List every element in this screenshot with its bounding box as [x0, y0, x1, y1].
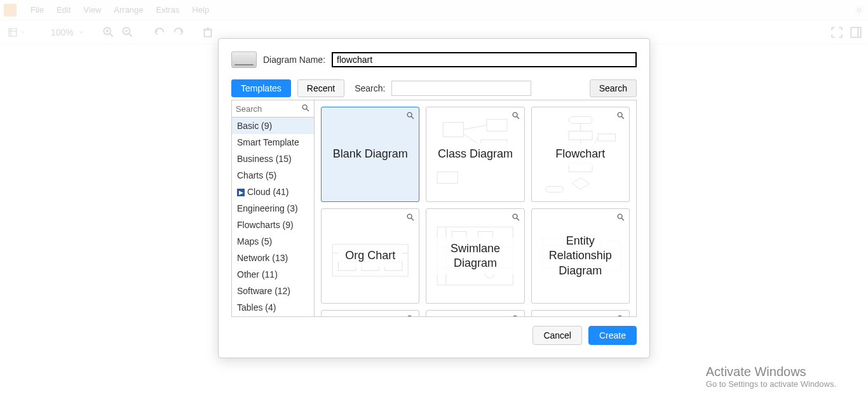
template-label: Org Chart [339, 245, 402, 267]
new-diagram-dialog: Diagram Name: Templates Recent Search: S… [218, 38, 650, 358]
svg-point-20 [513, 112, 517, 117]
svg-line-19 [412, 116, 414, 119]
diagram-name-input[interactable] [332, 52, 637, 67]
category-software[interactable]: Software (12) [232, 283, 314, 299]
preview-icon[interactable] [406, 213, 415, 222]
svg-point-63 [407, 316, 412, 316]
category-list[interactable]: Basic (9) Smart Template Business (15) C… [232, 118, 314, 316]
template-flowchart[interactable]: Flowchart [531, 107, 630, 202]
svg-line-47 [517, 218, 519, 220]
template-class-diagram[interactable]: Class Diagram [426, 107, 524, 202]
category-charts[interactable]: Charts (5) [232, 167, 314, 184]
category-business[interactable]: Business (15) [232, 151, 314, 167]
svg-point-56 [618, 214, 622, 219]
expand-icon: ▶ [237, 189, 245, 196]
category-smart-template[interactable]: Smart Template [232, 134, 314, 151]
category-cloud[interactable]: ▶Cloud (41) [232, 184, 314, 200]
svg-line-40 [412, 218, 414, 220]
template-label: Entity Relationship Diagram [532, 230, 629, 282]
template-er-diagram[interactable]: Entity Relationship Diagram [531, 208, 630, 304]
preview-icon[interactable] [406, 314, 415, 316]
category-tables[interactable]: Tables (4) [232, 299, 314, 316]
category-flowcharts[interactable]: Flowcharts (9) [232, 217, 314, 233]
template-search-input[interactable] [391, 81, 531, 96]
preview-icon[interactable] [512, 111, 520, 120]
template-label: Class Diagram [431, 143, 519, 165]
svg-line-21 [517, 116, 519, 119]
category-uml[interactable]: UML (8) [232, 316, 314, 316]
svg-line-17 [306, 109, 309, 111]
svg-rect-23 [487, 119, 507, 131]
tab-recent[interactable]: Recent [297, 79, 344, 97]
template-label: Blank Diagram [327, 143, 414, 165]
svg-line-29 [621, 116, 624, 119]
preview-icon[interactable] [512, 314, 520, 316]
preview-icon[interactable] [616, 314, 625, 316]
preview-icon[interactable] [512, 213, 520, 222]
template-label: Flowchart [549, 143, 611, 165]
svg-point-67 [513, 316, 517, 316]
template-label: Swimlane Diagram [426, 238, 524, 275]
search-button[interactable]: Search [590, 79, 637, 97]
preview-icon[interactable] [616, 213, 625, 222]
search-label: Search: [355, 83, 385, 93]
template-org-chart[interactable]: Org Chart [321, 208, 419, 304]
template-blank-diagram[interactable]: Blank Diagram [321, 107, 419, 202]
template-grid: Blank Diagram Class Diagram Flowchart [315, 100, 636, 316]
template-card[interactable] [426, 310, 524, 316]
category-basic[interactable]: Basic (9) [232, 118, 314, 134]
svg-point-39 [407, 214, 412, 219]
create-button[interactable]: Create [588, 326, 637, 345]
svg-line-57 [621, 218, 624, 220]
svg-point-18 [407, 112, 412, 117]
svg-rect-34 [545, 186, 562, 192]
svg-rect-25 [437, 172, 458, 183]
category-engineering[interactable]: Engineering (3) [232, 200, 314, 217]
svg-rect-30 [569, 116, 592, 123]
svg-point-46 [513, 214, 517, 219]
svg-rect-32 [598, 134, 615, 141]
category-maps[interactable]: Maps (5) [232, 233, 314, 250]
svg-rect-22 [444, 123, 464, 137]
svg-point-69 [618, 316, 622, 316]
cancel-button[interactable]: Cancel [532, 326, 582, 345]
template-swimlane-diagram[interactable]: Swimlane Diagram [426, 208, 524, 304]
template-card[interactable] [531, 310, 630, 316]
template-card[interactable] [321, 310, 419, 316]
diagram-name-label: Diagram Name: [263, 55, 325, 65]
storage-icon [231, 51, 257, 68]
modal-overlay: Diagram Name: Templates Recent Search: S… [0, 0, 868, 404]
svg-point-16 [302, 105, 307, 109]
category-network[interactable]: Network (13) [232, 250, 314, 266]
preview-icon[interactable] [406, 111, 415, 120]
svg-rect-31 [569, 131, 592, 140]
search-icon [301, 104, 310, 112]
category-other[interactable]: Other (11) [232, 266, 314, 283]
category-sidebar: Basic (9) Smart Template Business (15) C… [232, 100, 315, 316]
preview-icon[interactable] [616, 111, 625, 120]
tab-templates[interactable]: Templates [231, 79, 291, 97]
svg-line-26 [464, 125, 487, 129]
svg-point-28 [618, 112, 622, 117]
